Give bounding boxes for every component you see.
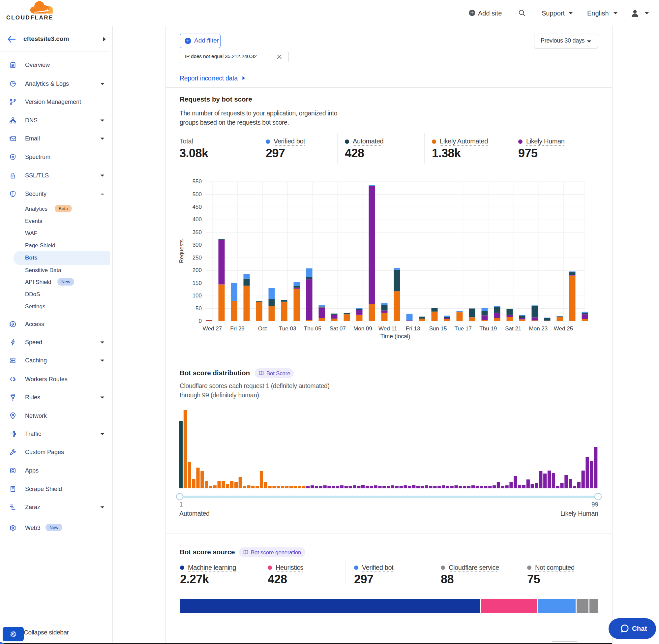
svg-text:Fri 29: Fri 29 [230,325,244,332]
svg-text:100: 100 [192,293,202,299]
svg-text:Thu 19: Thu 19 [479,325,497,332]
svg-text:Tue 17: Tue 17 [455,325,472,332]
svg-text:50: 50 [195,305,202,312]
svg-text:Thu 05: Thu 05 [304,325,322,332]
svg-text:550: 550 [192,178,202,185]
svg-text:Mon 23: Mon 23 [529,325,548,332]
svg-text:Sat 07: Sat 07 [330,325,346,332]
svg-text:Requests: Requests [178,239,185,263]
svg-text:Fri 13: Fri 13 [406,325,420,332]
svg-text:300: 300 [192,242,202,248]
svg-text:0: 0 [199,318,202,324]
svg-text:400: 400 [192,216,202,223]
svg-text:Wed 11: Wed 11 [378,325,397,332]
svg-text:Time (local): Time (local) [380,333,410,340]
svg-text:150: 150 [192,280,202,286]
svg-text:250: 250 [192,255,202,261]
svg-text:Tue 03: Tue 03 [279,325,296,332]
svg-text:350: 350 [192,229,202,235]
svg-text:Wed 27: Wed 27 [203,325,222,332]
svg-text:450: 450 [192,204,202,210]
svg-text:200: 200 [192,267,202,273]
svg-text:Sun 15: Sun 15 [429,325,447,332]
svg-text:Oct: Oct [258,325,267,332]
svg-text:Wed 25: Wed 25 [554,325,573,332]
svg-text:500: 500 [192,191,202,198]
svg-text:Mon 09: Mon 09 [353,325,372,332]
svg-text:Sat 21: Sat 21 [505,325,521,332]
